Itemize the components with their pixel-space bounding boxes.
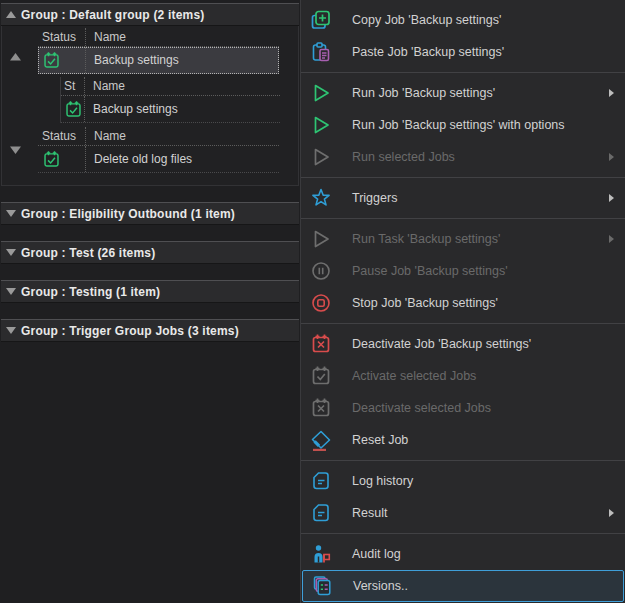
menu-separator [301, 72, 625, 73]
group-label: Group : Trigger Group Jobs (3 items) [21, 324, 239, 338]
calendar-x-icon [310, 333, 332, 355]
menu-item-audit-log[interactable]: Audit log [302, 538, 624, 570]
play-icon [310, 114, 332, 136]
menu-item-label: Run Job 'Backup settings' [352, 86, 495, 100]
job-status-cell [38, 146, 86, 172]
play-icon [310, 82, 332, 104]
group-header-eligibility-outbound[interactable]: Group : Eligibility Outbound (1 item) [1, 202, 299, 225]
task-name: Backup settings [85, 102, 280, 116]
menu-separator [301, 218, 625, 219]
column-header-name[interactable]: Name [86, 30, 279, 44]
collapse-down-icon [1, 287, 21, 296]
jobs-grid-header: Status Name [38, 127, 279, 146]
calendar-check-icon [310, 365, 332, 387]
menu-item-result[interactable]: Result [302, 497, 624, 529]
menu-item-deactivate-job[interactable]: Deactivate Job 'Backup settings' [302, 328, 624, 360]
menu-item-label: Pause Job 'Backup settings' [352, 264, 508, 278]
group-header-test[interactable]: Group : Test (26 items) [1, 241, 299, 264]
row-expand-down-icon[interactable] [10, 146, 22, 156]
menu-item-stop-job[interactable]: Stop Job 'Backup settings' [302, 287, 624, 319]
menu-item-run-task[interactable]: Run Task 'Backup settings' [302, 223, 624, 255]
job-name: Delete old log files [86, 152, 279, 166]
menu-item-label: Deactivate Job 'Backup settings' [352, 337, 531, 351]
menu-item-label: Reset Job [352, 433, 408, 447]
submenu-arrow-icon [609, 235, 614, 243]
group-header-testing[interactable]: Group : Testing (1 item) [1, 280, 299, 303]
group-label: Group : Eligibility Outbound (1 item) [21, 207, 235, 221]
column-header-name[interactable]: Name [86, 129, 279, 143]
jobs-grid: Status Name Backup settings [38, 28, 279, 173]
column-header-status[interactable]: St [61, 77, 85, 95]
menu-item-copy-job[interactable]: Copy Job 'Backup settings' [302, 4, 624, 36]
submenu-arrow-icon [609, 194, 614, 202]
menu-separator [301, 460, 625, 461]
menu-item-label: Log history [352, 474, 413, 488]
job-status-cell [38, 47, 86, 73]
menu-item-paste-job[interactable]: Paste Job 'Backup settings' [302, 36, 624, 68]
job-context-menu: Copy Job 'Backup settings' Paste Job 'Ba… [300, 0, 625, 603]
submenu-arrow-icon [609, 153, 614, 161]
document-icon [310, 470, 332, 492]
collapse-down-icon [1, 248, 21, 257]
menu-item-label: Paste Job 'Backup settings' [352, 45, 504, 59]
pause-circle-icon [310, 260, 332, 282]
column-header-status[interactable]: Status [38, 127, 86, 145]
menu-separator [301, 533, 625, 534]
person-flag-icon [310, 543, 332, 565]
menu-item-label: Copy Job 'Backup settings' [352, 13, 501, 27]
menu-item-activate-selected-jobs[interactable]: Activate selected Jobs [302, 360, 624, 392]
group-label: Group : Test (26 items) [21, 246, 155, 260]
menu-item-reset-job[interactable]: Reset Job [302, 424, 624, 456]
menu-item-label: Audit log [352, 547, 401, 561]
calendar-check-icon [42, 150, 61, 169]
calendar-check-icon [64, 100, 83, 119]
menu-item-run-selected-jobs[interactable]: Run selected Jobs [302, 141, 624, 173]
menu-item-run-job-with-options[interactable]: Run Job 'Backup settings' with options [302, 109, 624, 141]
menu-item-label: Activate selected Jobs [352, 369, 476, 383]
stop-circle-icon [310, 292, 332, 314]
column-header-status[interactable]: Status [38, 28, 86, 46]
copy-icon [310, 9, 332, 31]
play-icon [310, 146, 332, 168]
submenu-arrow-icon [609, 89, 614, 97]
menu-separator [301, 177, 625, 178]
job-row-backup-settings[interactable]: Backup settings [38, 47, 279, 74]
menu-item-label: Result [352, 506, 387, 520]
menu-item-label: Triggers [352, 191, 397, 205]
menu-item-label: Run Job 'Backup settings' with options [352, 118, 565, 132]
calendar-check-icon [42, 51, 61, 70]
eraser-icon [310, 429, 332, 451]
menu-separator [301, 323, 625, 324]
row-expand-up-icon[interactable] [10, 52, 22, 62]
menu-item-triggers[interactable]: Triggers [302, 182, 624, 214]
job-tree-panel: Group : Default group (2 items) Status N… [0, 0, 300, 603]
tasks-grid-header: St Name [61, 77, 280, 96]
paste-icon [310, 41, 332, 63]
menu-item-versions[interactable]: Versions.. [302, 570, 624, 602]
menu-item-deactivate-selected-jobs[interactable]: Deactivate selected Jobs [302, 392, 624, 424]
menu-item-label: Run Task 'Backup settings' [352, 232, 500, 246]
versions-icon [311, 575, 333, 597]
menu-item-pause-job[interactable]: Pause Job 'Backup settings' [302, 255, 624, 287]
group-label: Group : Testing (1 item) [21, 285, 160, 299]
group-header-trigger-group-jobs[interactable]: Group : Trigger Group Jobs (3 items) [1, 319, 299, 342]
menu-item-label: Deactivate selected Jobs [352, 401, 491, 415]
task-row-backup-settings[interactable]: Backup settings [61, 96, 280, 123]
group-default-content: Status Name Backup settings [1, 26, 299, 186]
job-row-delete-old-log-files[interactable]: Delete old log files [38, 146, 279, 173]
column-header-name[interactable]: Name [85, 79, 280, 93]
jobs-grid-header: Status Name [38, 28, 279, 47]
menu-item-run-job[interactable]: Run Job 'Backup settings' [302, 77, 624, 109]
menu-item-label: Stop Job 'Backup settings' [352, 296, 498, 310]
job-name: Backup settings [86, 53, 279, 67]
task-status-cell [61, 96, 85, 122]
group-header-default[interactable]: Group : Default group (2 items) [1, 3, 299, 26]
menu-item-log-history[interactable]: Log history [302, 465, 624, 497]
collapse-up-icon [1, 10, 21, 19]
collapse-down-icon [1, 209, 21, 218]
menu-item-label: Versions.. [353, 579, 408, 593]
menu-item-label: Run selected Jobs [352, 150, 455, 164]
tasks-grid: St Name Backup settings [60, 77, 280, 123]
play-icon [310, 228, 332, 250]
collapse-down-icon [1, 326, 21, 335]
